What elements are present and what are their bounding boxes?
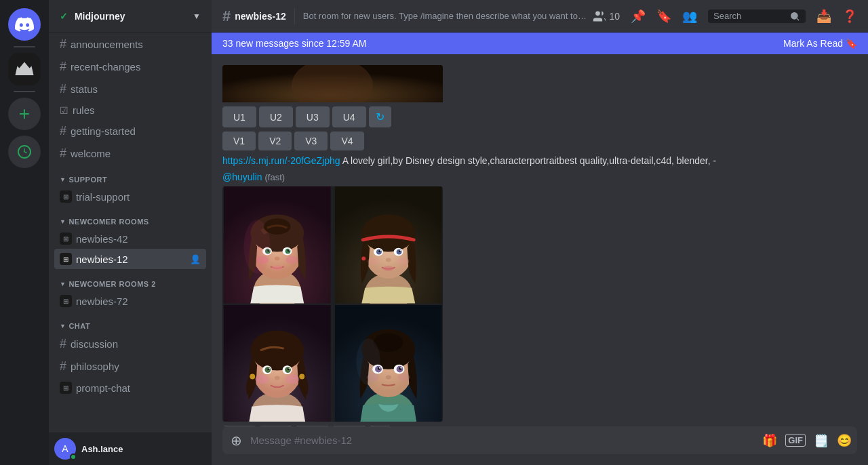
channel-name: newbies-72 (76, 296, 128, 307)
newcomer-section: ▼ NEWCOMER ROOMS ⊞ newbies-42 ⊞ newbies-… (49, 207, 212, 269)
icon-bar: + (0, 0, 49, 465)
v2-button[interactable]: V2 (258, 132, 292, 150)
main-content: # newbies-12 Bot room for new users. Typ… (212, 0, 868, 465)
icon-bar-divider-2 (14, 91, 35, 92)
bookmark-icon[interactable]: 🔖 (656, 9, 671, 24)
members-icon (593, 9, 606, 23)
channel-prompt-chat[interactable]: ⊞ prompt-chat (54, 378, 206, 398)
topbar-icons: 10 📌 🔖 👥 Search 📥 ❓ (593, 9, 857, 24)
gif-icon[interactable]: GIF (785, 434, 806, 447)
channel-status[interactable]: # status (54, 78, 206, 100)
newcomer-section-label[interactable]: ▼ NEWCOMER ROOMS (54, 207, 206, 228)
svg-point-35 (385, 258, 391, 262)
refresh-button-1[interactable]: ↻ (369, 106, 391, 127)
notification-bar: 33 new messages since 12:59 AM Mark As R… (212, 33, 868, 54)
svg-point-38 (397, 258, 409, 266)
channel-newbies-42[interactable]: ⊞ newbies-42 (54, 228, 206, 249)
channel-welcome[interactable]: # welcome (54, 142, 206, 165)
collapse-arrow-icon: ▼ (60, 281, 66, 287)
u4-button[interactable]: U4 (332, 106, 366, 127)
girl-portrait-tr (334, 186, 443, 304)
u1-button[interactable]: U1 (222, 106, 256, 127)
svg-point-52 (275, 376, 280, 380)
svg-point-26 (361, 215, 415, 252)
svg-point-51 (289, 367, 290, 369)
midjourney-server-icon[interactable] (8, 53, 41, 85)
svg-point-53 (255, 374, 269, 384)
user-area: A Ash.lance (49, 432, 212, 465)
mark-as-read-button[interactable]: Mark As Read 🔖 (783, 38, 857, 49)
gift-icon[interactable]: 🎁 (762, 433, 777, 448)
help-icon[interactable]: ❓ (842, 9, 857, 24)
members-count[interactable]: 10 (593, 9, 620, 23)
explore-servers-button[interactable] (8, 136, 41, 168)
discord-home-button[interactable] (8, 8, 41, 41)
hash-icon: # (60, 124, 66, 138)
message-input-bar: ⊕ 🎁 GIF 🗒️ 😊 (222, 426, 857, 454)
message-input[interactable] (250, 426, 757, 454)
section-title: CHAT (68, 322, 90, 330)
girl-portrait-bl (222, 305, 332, 422)
topbar-channel-label: newbies-12 (235, 11, 285, 22)
newcomer2-section: ▼ NEWCOMER ROOMS 2 ⊞ newbies-72 (49, 269, 212, 311)
svg-point-70 (385, 375, 391, 379)
v3-button[interactable]: V3 (294, 132, 328, 150)
sticker-icon[interactable]: 🗒️ (814, 433, 829, 448)
username: Ash.lance (81, 444, 206, 454)
channel-philosophy[interactable]: # philosophy (54, 355, 206, 378)
disney-cell-bl (222, 305, 332, 422)
mark-as-read-label: Mark As Read (783, 38, 843, 49)
channel-name: trial-support (76, 191, 130, 203)
hash-icon: # (60, 60, 66, 74)
add-attachment-button[interactable]: ⊕ (228, 427, 245, 454)
v4-button[interactable]: V4 (330, 132, 363, 150)
channel-announcements[interactable]: # announcements (54, 33, 206, 56)
search-bar[interactable]: Search (708, 9, 806, 23)
svg-point-56 (299, 373, 304, 379)
svg-point-69 (400, 367, 401, 368)
channel-name: discussion (71, 338, 118, 350)
top-image-container (222, 65, 857, 102)
svg-point-18 (272, 266, 283, 271)
support-section-label[interactable]: ▼ SUPPORT (54, 165, 206, 186)
channel-newbies-72[interactable]: ⊞ newbies-72 (54, 291, 206, 311)
server-header[interactable]: ✓ Midjourney ▼ (49, 0, 212, 33)
checkbox-icon: ☑ (60, 105, 68, 116)
add-server-button[interactable]: + (8, 98, 41, 130)
hash-icon: # (60, 337, 66, 351)
emoji-icon[interactable]: 😊 (837, 433, 852, 448)
channel-getting-started[interactable]: # getting-started (54, 120, 206, 142)
upscale-buttons-row1: U1 U2 U3 U4 ↻ (222, 106, 857, 127)
channel-discussion[interactable]: # discussion (54, 333, 206, 355)
disney-cell-tr (334, 186, 443, 304)
newcomer2-section-label[interactable]: ▼ NEWCOMER ROOMS 2 (54, 269, 206, 291)
v1-button[interactable]: V1 (222, 132, 256, 150)
server-chevron-icon: ▼ (193, 12, 201, 21)
channel-newbies-12[interactable]: ⊞ newbies-12 👤 (54, 249, 206, 269)
svg-point-50 (269, 367, 270, 369)
svg-point-17 (275, 257, 280, 261)
user-info: Ash.lance (81, 444, 206, 454)
message-link[interactable]: https://s.mj.run/-20fGeZjphg (222, 155, 340, 166)
channel-name: philosophy (71, 361, 119, 372)
topbar-divider (294, 8, 295, 24)
pin-icon[interactable]: 📌 (631, 9, 646, 24)
channel-rules[interactable]: ☑ rules (54, 100, 206, 120)
inbox-icon[interactable]: 📥 (816, 9, 831, 24)
u2-button[interactable]: U2 (259, 106, 293, 127)
topbar-channel-name: # newbies-12 (222, 7, 286, 25)
chat-section-label[interactable]: ▼ CHAT (54, 311, 206, 333)
u3-button[interactable]: U3 (296, 106, 330, 127)
channel-trial-support[interactable]: ⊞ trial-support (54, 186, 206, 207)
collapse-arrow-icon: ▼ (60, 323, 66, 329)
hash-icon: # (60, 359, 66, 373)
svg-point-73 (356, 338, 380, 385)
people-icon[interactable]: 👥 (682, 9, 697, 24)
server-name: Midjourney (75, 11, 125, 22)
message-input-area: ⊕ 🎁 GIF 🗒️ 😊 (212, 426, 868, 465)
channel-recent-changes[interactable]: # recent-changes (54, 56, 206, 78)
chat-area[interactable]: U1 U2 U3 U4 ↻ V1 V2 V3 V4 https://s.mj.r… (212, 54, 868, 426)
bookmark-notification-icon: 🔖 (846, 38, 857, 49)
svg-point-20 (286, 256, 298, 264)
channel-name: rules (73, 104, 95, 116)
